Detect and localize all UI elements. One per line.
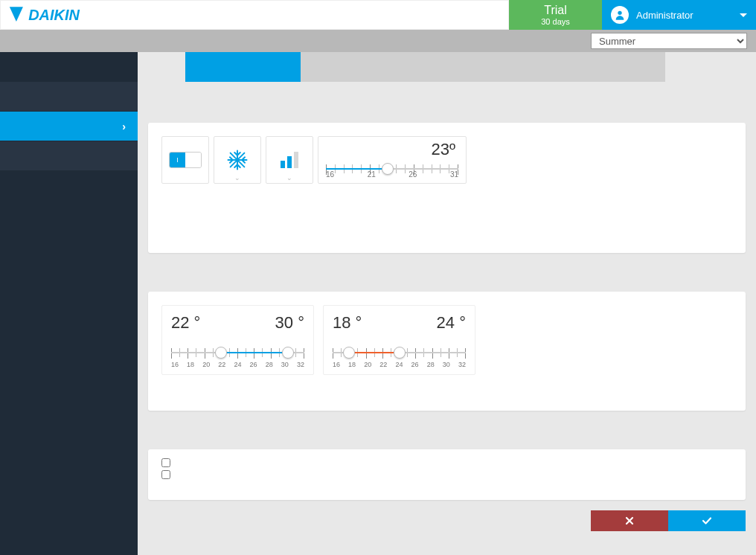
- slider-thumb[interactable]: [382, 163, 394, 175]
- avatar-icon: [611, 6, 629, 24]
- username-label: Administrator: [636, 10, 693, 21]
- setpoint-slider[interactable]: [326, 162, 458, 169]
- cool-high-value: 30 °: [275, 313, 304, 333]
- user-info: Administrator: [611, 6, 693, 24]
- setpoint-slider-box: 23º 16 21: [318, 136, 467, 184]
- panel-options: [148, 449, 746, 500]
- chevron-down-icon: ⌄: [234, 174, 240, 182]
- cool-range-box: 22 ° 30 °: [161, 305, 314, 375]
- heat-tick-labels: 1618 2022 2426 2830 32: [333, 361, 466, 368]
- app-header: DAIKIN Trial 30 days Administrator: [0, 0, 756, 30]
- option-checkbox-1[interactable]: [161, 458, 170, 467]
- heat-high-value: 24 °: [437, 313, 466, 333]
- trial-days: 30 days: [509, 17, 602, 26]
- heat-range-slider[interactable]: [333, 346, 466, 359]
- cool-range-slider[interactable]: [171, 346, 304, 359]
- snowflake-icon: [226, 149, 249, 171]
- heat-low-value: 18 °: [333, 313, 362, 333]
- close-icon: [625, 516, 634, 525]
- heat-low-thumb[interactable]: [343, 347, 355, 359]
- panel-ranges: 22 ° 30 °: [148, 292, 746, 411]
- sidebar: ›: [0, 52, 138, 555]
- option-checkbox-2[interactable]: [161, 470, 170, 479]
- footer-actions: [148, 510, 746, 531]
- cool-low-value: 22 °: [171, 313, 200, 333]
- confirm-button[interactable]: [668, 510, 746, 531]
- bars-icon: [281, 152, 298, 168]
- daikin-logo: DAIKIN: [8, 5, 116, 25]
- fan-speed-box[interactable]: ⌄: [266, 136, 313, 184]
- cool-high-thumb[interactable]: [282, 347, 294, 359]
- check-icon: [702, 516, 712, 525]
- power-toggle[interactable]: I: [169, 152, 202, 168]
- user-menu[interactable]: Administrator: [602, 0, 756, 30]
- svg-point-1: [618, 11, 621, 15]
- sidebar-item-4[interactable]: [0, 141, 138, 171]
- cool-low-thumb[interactable]: [215, 347, 227, 359]
- heat-high-thumb[interactable]: [394, 347, 406, 359]
- tab-1[interactable]: [185, 52, 301, 82]
- context-bar: Summer: [0, 30, 756, 52]
- panel-controls: I ⌄: [148, 123, 746, 253]
- mode-cool-box[interactable]: ⌄: [214, 136, 261, 184]
- sidebar-item-2[interactable]: [0, 82, 138, 112]
- sidebar-item-1[interactable]: [0, 52, 138, 82]
- setpoint-value: 23º: [326, 141, 458, 158]
- chevron-down-icon: ⌄: [286, 174, 292, 182]
- logo-area: DAIKIN: [0, 0, 509, 30]
- svg-text:DAIKIN: DAIKIN: [28, 7, 80, 23]
- heat-range-box: 18 ° 24 °: [323, 305, 475, 375]
- trial-title: Trial: [509, 4, 602, 17]
- season-select[interactable]: Summer: [591, 33, 747, 49]
- toggle-on-label: I: [170, 153, 185, 167]
- caret-down-icon: [740, 13, 747, 17]
- main-content: I ⌄: [138, 52, 756, 555]
- sidebar-item-active[interactable]: ›: [0, 112, 138, 141]
- tab-2[interactable]: [301, 52, 665, 82]
- cool-tick-labels: 1618 2022 2426 2830 32: [171, 361, 304, 368]
- trial-badge: Trial 30 days: [509, 0, 602, 30]
- power-toggle-box[interactable]: I: [161, 136, 209, 184]
- cancel-button[interactable]: [591, 510, 668, 531]
- chevron-right-icon: ›: [122, 121, 126, 132]
- tab-bar: [185, 52, 746, 82]
